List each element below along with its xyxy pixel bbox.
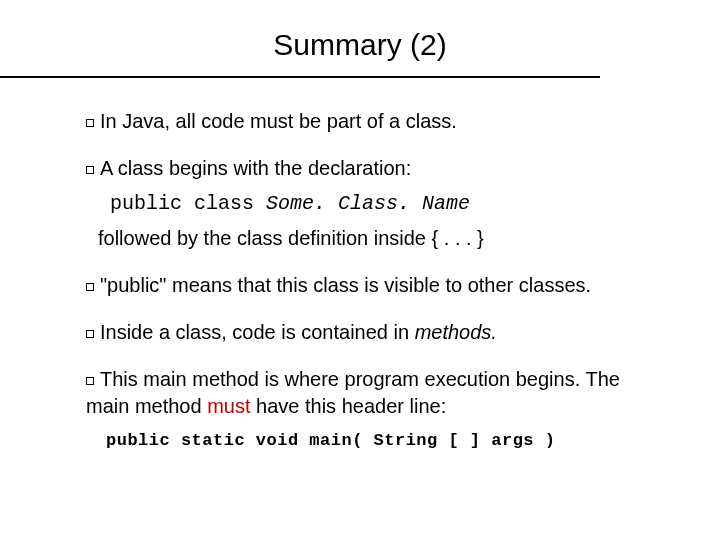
bullet-1: In Java, all code must be part of a clas… bbox=[86, 108, 660, 135]
bullet-square-icon bbox=[86, 119, 94, 127]
code-classname: Some. Class. Name bbox=[266, 192, 470, 215]
content: In Java, all code must be part of a clas… bbox=[40, 108, 680, 453]
follow-text-a: followed by the class definition inside … bbox=[98, 227, 438, 249]
bullet-5-text-b: have this header line: bbox=[251, 395, 447, 417]
main-method-code: public static void main( String [ ] args… bbox=[106, 430, 660, 453]
bullet-4-methods: methods. bbox=[415, 321, 497, 343]
rule-area bbox=[40, 68, 680, 90]
bullet-2-code: public class Some. Class. Name bbox=[110, 190, 660, 217]
bullet-square-icon bbox=[86, 377, 94, 385]
bullet-3: "public" means that this class is visibl… bbox=[86, 272, 660, 299]
horizontal-rule bbox=[0, 76, 600, 78]
bullet-3-text: "public" means that this class is visibl… bbox=[100, 274, 591, 296]
bullet-4-text-a: Inside a class, code is contained in bbox=[100, 321, 415, 343]
code-keyword: public class bbox=[110, 192, 266, 215]
bullet-square-icon bbox=[86, 166, 94, 174]
bullet-5-must: must bbox=[207, 395, 250, 417]
bullet-1-text: In Java, all code must be part of a clas… bbox=[100, 110, 457, 132]
bullet-square-icon bbox=[86, 283, 94, 291]
follow-text-b: . . . } bbox=[438, 227, 484, 249]
bullet-square-icon bbox=[86, 330, 94, 338]
bullet-2: A class begins with the declaration: pub… bbox=[86, 155, 660, 252]
title-wrap: Summary (2) bbox=[40, 28, 680, 62]
bullet-2-text: A class begins with the declaration: bbox=[100, 157, 411, 179]
slide-title: Summary (2) bbox=[273, 28, 446, 62]
bullet-4: Inside a class, code is contained in met… bbox=[86, 319, 660, 346]
bullet-2-follow: followed by the class definition inside … bbox=[98, 225, 660, 252]
bullet-5: This main method is where program execut… bbox=[86, 366, 660, 453]
slide: Summary (2) In Java, all code must be pa… bbox=[0, 0, 720, 540]
